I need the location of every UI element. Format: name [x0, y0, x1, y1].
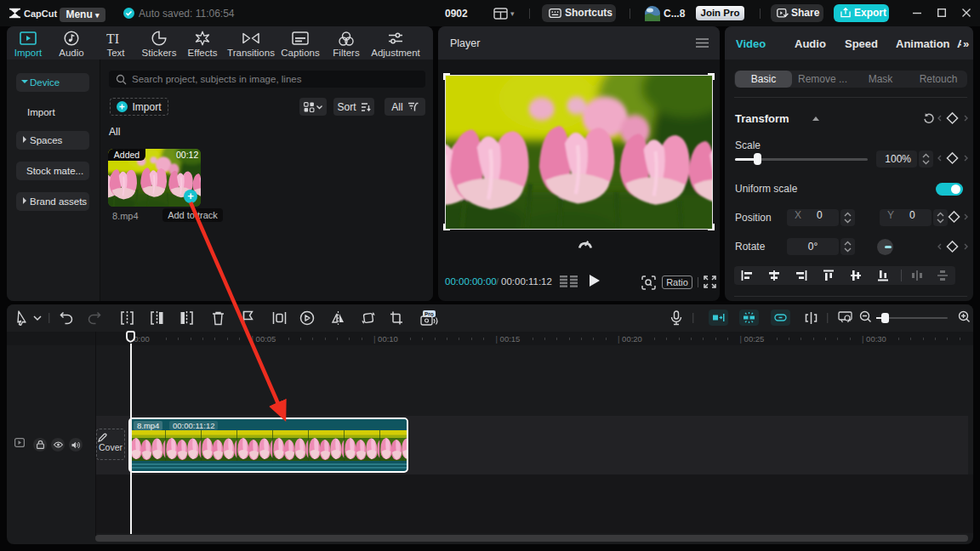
svg-text:TI: TI	[106, 31, 119, 45]
